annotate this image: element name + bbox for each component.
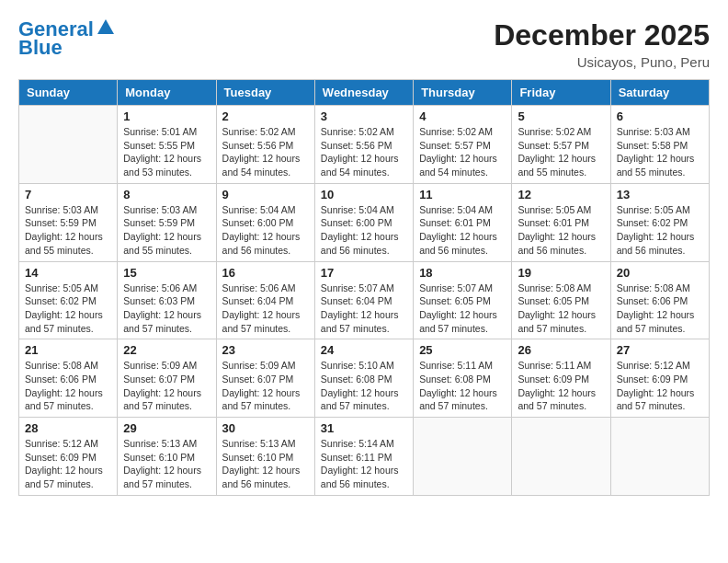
calendar-cell: 13Sunrise: 5:05 AMSunset: 6:02 PMDayligh… — [610, 183, 709, 261]
day-number: 18 — [419, 266, 506, 280]
calendar-cell — [512, 418, 610, 496]
day-number: 14 — [25, 266, 111, 280]
day-number: 8 — [123, 188, 210, 201]
day-number: 26 — [518, 343, 604, 357]
day-number: 7 — [25, 188, 111, 201]
calendar-cell: 25Sunrise: 5:11 AMSunset: 6:08 PMDayligh… — [414, 339, 512, 418]
calendar-week-row: 7Sunrise: 5:03 AMSunset: 5:59 PMDaylight… — [19, 183, 710, 261]
day-number: 17 — [321, 266, 407, 280]
calendar-cell: 8Sunrise: 5:03 AMSunset: 5:59 PMDaylight… — [118, 183, 216, 261]
day-info: Sunrise: 5:09 AMSunset: 6:07 PMDaylight:… — [222, 359, 309, 413]
day-number: 2 — [222, 109, 309, 123]
day-number: 28 — [25, 421, 111, 435]
day-number: 4 — [419, 109, 506, 123]
day-number: 15 — [123, 266, 210, 280]
day-number: 25 — [419, 343, 506, 357]
calendar-week-row: 14Sunrise: 5:05 AMSunset: 6:02 PMDayligh… — [19, 261, 710, 339]
day-info: Sunrise: 5:10 AMSunset: 6:08 PMDaylight:… — [321, 359, 407, 413]
svg-marker-0 — [97, 19, 114, 34]
day-number: 11 — [419, 188, 506, 201]
calendar-cell: 20Sunrise: 5:08 AMSunset: 6:06 PMDayligh… — [610, 261, 709, 339]
col-saturday: Saturday — [610, 80, 709, 106]
day-info: Sunrise: 5:11 AMSunset: 6:09 PMDaylight:… — [518, 359, 604, 413]
calendar-cell: 17Sunrise: 5:07 AMSunset: 6:04 PMDayligh… — [314, 261, 413, 339]
day-info: Sunrise: 5:11 AMSunset: 6:08 PMDaylight:… — [419, 359, 506, 413]
calendar-cell: 16Sunrise: 5:06 AMSunset: 6:04 PMDayligh… — [216, 261, 314, 339]
day-number: 30 — [222, 421, 309, 435]
day-info: Sunrise: 5:06 AMSunset: 6:04 PMDaylight:… — [222, 282, 309, 336]
day-number: 29 — [123, 421, 210, 435]
day-info: Sunrise: 5:02 AMSunset: 5:56 PMDaylight:… — [222, 125, 309, 179]
day-number: 31 — [321, 421, 407, 435]
day-info: Sunrise: 5:03 AMSunset: 5:58 PMDaylight:… — [617, 125, 703, 179]
calendar-cell: 21Sunrise: 5:08 AMSunset: 6:06 PMDayligh… — [19, 339, 118, 418]
day-number: 23 — [222, 343, 309, 357]
day-info: Sunrise: 5:01 AMSunset: 5:55 PMDaylight:… — [123, 125, 210, 179]
day-number: 22 — [123, 343, 210, 357]
calendar-cell: 24Sunrise: 5:10 AMSunset: 6:08 PMDayligh… — [314, 339, 413, 418]
day-number: 21 — [25, 343, 111, 357]
col-monday: Monday — [118, 80, 216, 106]
col-thursday: Thursday — [414, 80, 512, 106]
day-info: Sunrise: 5:07 AMSunset: 6:04 PMDaylight:… — [321, 282, 407, 336]
day-info: Sunrise: 5:13 AMSunset: 6:10 PMDaylight:… — [123, 437, 210, 491]
day-number: 1 — [123, 109, 210, 123]
calendar-cell: 30Sunrise: 5:13 AMSunset: 6:10 PMDayligh… — [216, 418, 314, 496]
calendar-cell: 11Sunrise: 5:04 AMSunset: 6:01 PMDayligh… — [414, 183, 512, 261]
month-title: December 2025 — [494, 18, 710, 52]
day-info: Sunrise: 5:02 AMSunset: 5:57 PMDaylight:… — [419, 125, 506, 179]
col-friday: Friday — [512, 80, 610, 106]
title-block: December 2025 Usicayos, Puno, Peru — [494, 18, 710, 70]
logo: General Blue — [18, 18, 116, 59]
calendar-week-row: 28Sunrise: 5:12 AMSunset: 6:09 PMDayligh… — [19, 418, 710, 496]
day-number: 20 — [617, 266, 703, 280]
day-info: Sunrise: 5:09 AMSunset: 6:07 PMDaylight:… — [123, 359, 210, 413]
location-subtitle: Usicayos, Puno, Peru — [494, 54, 710, 70]
day-number: 24 — [321, 343, 407, 357]
calendar-cell: 10Sunrise: 5:04 AMSunset: 6:00 PMDayligh… — [314, 183, 413, 261]
col-wednesday: Wednesday — [314, 80, 413, 106]
day-number: 16 — [222, 266, 309, 280]
day-number: 12 — [518, 188, 604, 201]
day-info: Sunrise: 5:08 AMSunset: 6:06 PMDaylight:… — [25, 359, 111, 413]
day-info: Sunrise: 5:04 AMSunset: 6:01 PMDaylight:… — [419, 203, 506, 258]
calendar-cell: 28Sunrise: 5:12 AMSunset: 6:09 PMDayligh… — [19, 418, 118, 496]
day-info: Sunrise: 5:05 AMSunset: 6:02 PMDaylight:… — [25, 282, 111, 336]
day-info: Sunrise: 5:02 AMSunset: 5:57 PMDaylight:… — [518, 125, 604, 179]
calendar-cell — [414, 418, 512, 496]
col-sunday: Sunday — [19, 80, 118, 106]
day-info: Sunrise: 5:04 AMSunset: 6:00 PMDaylight:… — [321, 203, 407, 258]
calendar-cell: 5Sunrise: 5:02 AMSunset: 5:57 PMDaylight… — [512, 106, 610, 184]
day-info: Sunrise: 5:13 AMSunset: 6:10 PMDaylight:… — [222, 437, 309, 491]
calendar-cell: 9Sunrise: 5:04 AMSunset: 6:00 PMDaylight… — [216, 183, 314, 261]
day-info: Sunrise: 5:06 AMSunset: 6:03 PMDaylight:… — [123, 282, 210, 336]
day-number: 3 — [321, 109, 407, 123]
calendar-cell: 22Sunrise: 5:09 AMSunset: 6:07 PMDayligh… — [118, 339, 216, 418]
day-info: Sunrise: 5:02 AMSunset: 5:56 PMDaylight:… — [321, 125, 407, 179]
calendar-week-row: 21Sunrise: 5:08 AMSunset: 6:06 PMDayligh… — [19, 339, 710, 418]
calendar-cell: 12Sunrise: 5:05 AMSunset: 6:01 PMDayligh… — [512, 183, 610, 261]
logo-icon — [96, 17, 116, 38]
calendar-cell: 6Sunrise: 5:03 AMSunset: 5:58 PMDaylight… — [610, 106, 709, 184]
calendar-cell: 2Sunrise: 5:02 AMSunset: 5:56 PMDaylight… — [216, 106, 314, 184]
day-number: 19 — [518, 266, 604, 280]
day-info: Sunrise: 5:08 AMSunset: 6:05 PMDaylight:… — [518, 282, 604, 336]
calendar-cell: 23Sunrise: 5:09 AMSunset: 6:07 PMDayligh… — [216, 339, 314, 418]
day-number: 5 — [518, 109, 604, 123]
day-info: Sunrise: 5:05 AMSunset: 6:02 PMDaylight:… — [617, 203, 703, 258]
page-header: General Blue December 2025 Usicayos, Pun… — [18, 18, 710, 70]
calendar-cell: 18Sunrise: 5:07 AMSunset: 6:05 PMDayligh… — [414, 261, 512, 339]
day-number: 9 — [222, 188, 309, 201]
day-info: Sunrise: 5:12 AMSunset: 6:09 PMDaylight:… — [617, 359, 703, 413]
day-info: Sunrise: 5:12 AMSunset: 6:09 PMDaylight:… — [25, 437, 111, 491]
day-info: Sunrise: 5:04 AMSunset: 6:00 PMDaylight:… — [222, 203, 309, 258]
calendar-cell: 1Sunrise: 5:01 AMSunset: 5:55 PMDaylight… — [118, 106, 216, 184]
calendar-week-row: 1Sunrise: 5:01 AMSunset: 5:55 PMDaylight… — [19, 106, 710, 184]
calendar-cell: 14Sunrise: 5:05 AMSunset: 6:02 PMDayligh… — [19, 261, 118, 339]
day-info: Sunrise: 5:03 AMSunset: 5:59 PMDaylight:… — [25, 203, 111, 258]
col-tuesday: Tuesday — [216, 80, 314, 106]
day-info: Sunrise: 5:08 AMSunset: 6:06 PMDaylight:… — [617, 282, 703, 336]
calendar-cell: 29Sunrise: 5:13 AMSunset: 6:10 PMDayligh… — [118, 418, 216, 496]
calendar-cell: 7Sunrise: 5:03 AMSunset: 5:59 PMDaylight… — [19, 183, 118, 261]
calendar-cell — [610, 418, 709, 496]
